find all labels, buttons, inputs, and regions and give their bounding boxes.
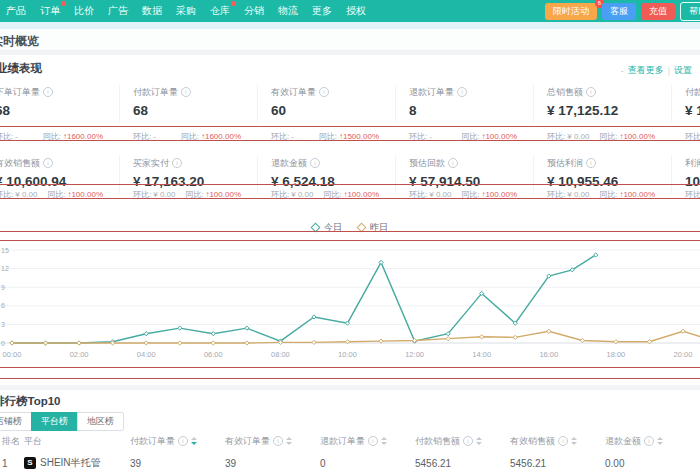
nav-item-分销[interactable]: 分销 (244, 4, 264, 18)
info-icon[interactable] (558, 436, 568, 446)
nav-item-授权[interactable]: 授权 (346, 4, 366, 18)
yoy-label: 同比: (323, 190, 341, 199)
data-point-昨日 (312, 340, 316, 344)
kpi-label-text: 利润率 (685, 158, 700, 168)
tab-地区榜[interactable]: 地区榜 (77, 412, 124, 431)
tab-平台榜[interactable]: 平台榜 (31, 412, 78, 431)
kpi-compare-strip: 环比:-同比:↑100.00% (409, 131, 517, 142)
sort-icon[interactable] (191, 437, 197, 445)
yoy-label: 同比: (461, 190, 479, 199)
legend-item-今日[interactable]: 今日 (312, 221, 342, 234)
kpi-card-付款订单量: 付款订单量68环比:-同比:↑1600.00% (119, 83, 257, 149)
nav-item-更多[interactable]: 更多 (312, 4, 332, 18)
x-tick-label: 10:00 (338, 350, 357, 359)
table-row[interactable]: 1SSHEIN半托管393905456.215456.210.00 (0, 450, 700, 470)
legend-diamond-icon (357, 223, 367, 233)
sort-icon[interactable] (286, 437, 292, 445)
sort-icon[interactable] (657, 437, 663, 445)
kpi-compare-strip: 环比:¥ 0.00同比:↑100.00% (547, 131, 655, 142)
view-more-link[interactable]: 查看更多 (628, 64, 664, 77)
data-point-昨日 (513, 335, 517, 339)
nav-action-blue-button[interactable]: 客服 (602, 3, 636, 20)
nav-item-label: 分销 (244, 5, 264, 16)
kpi-label: 付款订单量 (133, 86, 191, 99)
info-icon[interactable] (463, 436, 473, 446)
nav-action-outline-button[interactable]: 帮助 (680, 2, 700, 21)
data-point-今日 (178, 326, 182, 330)
nav-item-数据[interactable]: 数据 (142, 4, 162, 18)
info-icon[interactable] (368, 436, 378, 446)
nav-item-采购[interactable]: 采购 (176, 4, 196, 18)
info-icon[interactable] (457, 87, 467, 97)
column-header-付款销售额[interactable]: 付款销售额 (415, 435, 510, 448)
tab-店铺榜[interactable]: 店铺榜 (0, 412, 32, 431)
yoy-compare: 同比:↑1500.00% (319, 131, 379, 142)
yoy-compare: 同比:↑1600.00% (181, 131, 241, 142)
y-tick-label: 15 (1, 247, 9, 254)
ranking-tabs: 店铺榜平台榜地区榜 (0, 412, 124, 431)
column-header-退款金额[interactable]: 退款金额 (605, 435, 700, 448)
sort-up-icon (476, 437, 482, 440)
nav-item-label: 授权 (346, 5, 366, 16)
yoy-label: 同比: (43, 132, 61, 141)
nav-item-产品[interactable]: 产品 (6, 4, 26, 18)
table-header-row: 排名平台付款订单量有效订单量退款订单量付款销售额有效销售额退款金额 (0, 434, 700, 448)
info-icon[interactable] (319, 87, 329, 97)
column-header-有效订单量[interactable]: 有效订单量 (225, 435, 320, 448)
nav-item-订单[interactable]: 订单 (40, 4, 60, 18)
legend-label: 昨日 (370, 221, 388, 234)
nav-item-比价[interactable]: 比价 (74, 4, 94, 18)
kpi-compare-strip: 环比:-同比:↑1600.00% (0, 131, 103, 142)
kpi-label: 买家实付 (133, 157, 182, 170)
sort-icon[interactable] (571, 437, 577, 445)
info-icon[interactable] (181, 87, 191, 97)
mom-value: - (153, 132, 156, 141)
mom-value: - (291, 132, 294, 141)
info-icon[interactable] (310, 158, 320, 168)
subnav-band (0, 22, 700, 29)
info-icon[interactable] (448, 158, 458, 168)
kpi-row-2: 有效销售额¥ 10,600.94环比:¥ 0.00同比:↑100.00%买家实付… (0, 154, 700, 214)
yoy-compare: 同比:↑100.00% (599, 131, 655, 142)
kpi-value: ¥ 17,163.20 (685, 103, 700, 118)
y-tick-label: 6 (1, 302, 5, 309)
kpi-value: 60 (271, 103, 286, 118)
nav-item-广告[interactable]: 广告 (108, 4, 128, 18)
mom-compare: 环比:¥ 0.00 (547, 131, 589, 142)
column-header-退款订单量[interactable]: 退款订单量 (320, 435, 415, 448)
legend-item-昨日[interactable]: 昨日 (358, 221, 388, 234)
info-icon[interactable] (586, 87, 596, 97)
column-header-有效销售额[interactable]: 有效销售额 (510, 435, 605, 448)
nav-action-red-button[interactable]: 充值 (641, 3, 675, 20)
data-point-昨日 (681, 329, 685, 333)
info-icon[interactable] (586, 158, 596, 168)
x-tick-label: 02:00 (70, 350, 89, 359)
data-point-昨日 (580, 338, 584, 342)
mom-compare: 环比:¥ 0.00 (133, 189, 175, 200)
sort-icon[interactable] (381, 437, 387, 445)
column-header-label: 排名 (2, 435, 20, 448)
data-point-昨日 (480, 335, 484, 339)
mom-value: ¥ 0.00 (567, 132, 589, 141)
sort-icon[interactable] (476, 437, 482, 445)
kpi-compare-strip: 环比:¥ 0.00同比:↑100.00% (0, 189, 103, 200)
mom-label: 环比: (409, 190, 427, 199)
nav-action-orange-button[interactable]: 限时活动6 (545, 3, 597, 20)
nav-item-仓库[interactable]: 仓库 (210, 4, 230, 18)
page-titlebar: 实时概览 (0, 29, 700, 51)
info-icon[interactable] (178, 436, 188, 446)
column-header-付款订单量[interactable]: 付款订单量 (130, 435, 225, 448)
kpi-label-text: 下单订单量 (0, 87, 40, 97)
info-icon[interactable] (43, 87, 53, 97)
yoy-label: 同比: (181, 132, 199, 141)
info-icon[interactable] (644, 436, 654, 446)
mom-label: 环比: (685, 190, 700, 199)
info-icon[interactable] (43, 158, 53, 168)
settings-link[interactable]: 设置 (674, 64, 692, 77)
kpi-compare-strip: 环比:-同比:↑1500.00% (271, 131, 379, 142)
info-icon[interactable] (273, 436, 283, 446)
info-icon[interactable] (172, 158, 182, 168)
nav-item-物流[interactable]: 物流 (278, 4, 298, 18)
kpi-label-text: 预估利润 (547, 158, 583, 168)
kpi-card-利润率: 利润率103.35%环比:-同比:↑100.00% (671, 154, 700, 214)
